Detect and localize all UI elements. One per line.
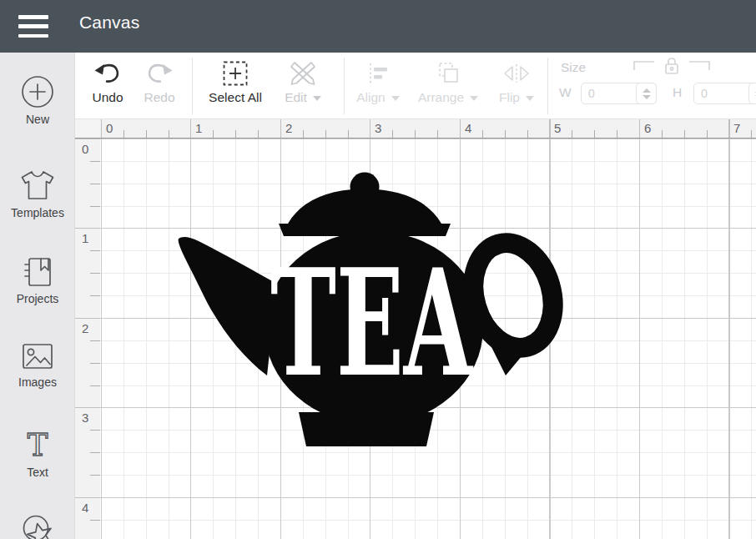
vertical-ruler: 0 1 2 3 4 [75,139,100,539]
toolbar-divider [344,58,345,114]
undo-button[interactable]: Undo [83,59,132,105]
teapot-tea-text: TEA [270,237,473,410]
ruler-tick-label: 1 [82,231,88,245]
sidebar-item-label: Images [18,375,57,389]
ruler-tick-label: 7 [733,121,740,135]
hamburger-icon[interactable] [18,15,48,38]
ruler-tick-label: 3 [375,121,381,135]
sidebar-item-text[interactable]: T Text [0,428,75,479]
toolbar-divider [547,58,548,114]
ruler-corner [75,119,100,139]
height-field-box [693,83,756,104]
sidebar-item-projects[interactable]: Projects [0,256,75,305]
chevron-down-icon [391,96,400,101]
ruler-tick-label: 0 [82,142,88,156]
align-button[interactable]: Align [350,59,406,105]
sidebar: New Templates Projects Images [0,53,75,539]
chevron-down-icon [526,96,534,101]
sidebar-item-label: Templates [11,206,64,219]
teapot-silhouette-object[interactable]: TEA [174,165,570,449]
height-input[interactable] [694,87,738,100]
ruler-tick-label: 6 [644,121,651,135]
ruler-tick-label: 2 [285,121,292,135]
chevron-down-icon [470,96,478,101]
select-all-dashed-plus-icon [223,59,248,88]
toolbar: Undo Redo Select All [75,53,756,119]
width-label: W [559,85,572,100]
text-t-icon: T [21,428,54,461]
ruler-tick-label: 3 [82,411,88,425]
shapes-circle-star-icon [18,513,58,539]
select-all-button[interactable]: Select All [199,59,272,105]
redo-arrow-icon [145,59,174,88]
projects-notebook-icon [21,256,54,288]
flip-button[interactable]: Flip [491,59,542,105]
ruler-tick-label: 4 [82,501,88,515]
design-canvas[interactable]: TEA [100,139,756,539]
sidebar-item-templates[interactable]: Templates [0,169,75,219]
edit-crossed-pencils-icon [290,59,316,88]
svg-text:T: T [28,428,48,461]
size-label: Size [561,60,586,75]
topbar: Canvas [0,0,756,53]
ruler-tick-label: 5 [554,121,561,135]
templates-tshirt-icon [19,169,56,202]
width-input[interactable] [582,87,625,100]
sidebar-item-new[interactable]: New [0,75,75,126]
height-label: H [673,85,682,100]
ruler-tick-label: 4 [465,121,471,135]
size-panel: Size W H [557,53,756,119]
height-stepper[interactable] [748,83,756,104]
arrange-layers-icon [436,59,461,88]
undo-arrow-icon [93,59,122,88]
sidebar-item-label: Text [27,466,48,479]
chevron-down-icon [313,96,321,101]
sidebar-item-shapes[interactable] [0,513,75,539]
redo-button[interactable]: Redo [135,59,184,105]
images-photo-icon [20,341,55,371]
new-plus-circle-icon [21,75,54,108]
flip-triangles-icon [502,59,531,88]
toolbar-divider [192,58,193,114]
arrange-button[interactable]: Arrange [411,59,486,105]
horizontal-ruler: 0 1 2 3 4 5 6 7 [100,119,756,139]
edit-button[interactable]: Edit [277,59,329,105]
width-field-box [581,83,657,104]
ruler-tick-label: 2 [82,321,88,335]
sidebar-item-label: Projects [17,292,59,305]
ruler-tick-label: 1 [195,121,202,135]
page-title: Canvas [79,13,139,33]
sidebar-item-images[interactable]: Images [0,341,75,389]
align-bars-icon [367,59,389,88]
lock-aspect-ratio-icon[interactable] [633,56,711,76]
sidebar-item-label: New [26,113,49,126]
ruler-tick-label: 0 [106,121,113,135]
width-stepper[interactable] [636,83,657,104]
